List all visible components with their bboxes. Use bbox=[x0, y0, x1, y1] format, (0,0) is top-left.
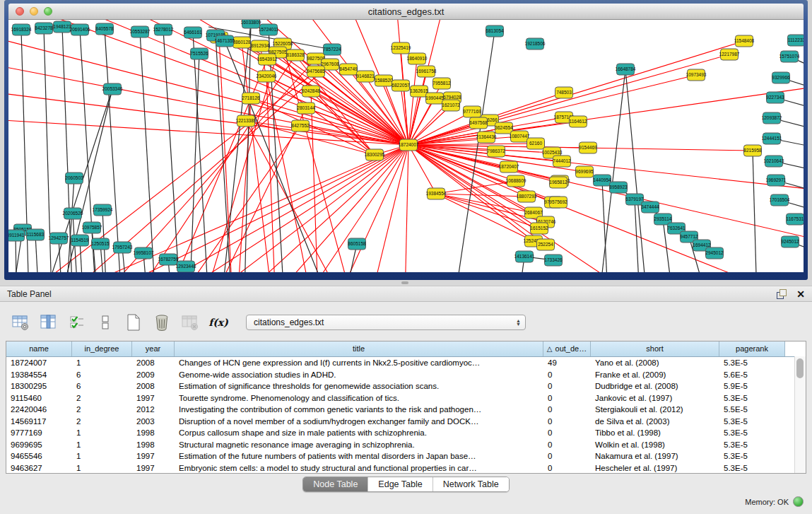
table-cell[interactable]: Wolkin et al. (1998) bbox=[591, 439, 719, 451]
graph-node[interactable]: 1588520 bbox=[375, 75, 393, 86]
graph-node[interactable]: 1733426 bbox=[544, 255, 563, 266]
table-cell[interactable]: 1998 bbox=[132, 439, 175, 451]
table-cell[interactable]: Jankovic et al. (1997) bbox=[591, 392, 719, 404]
table-cell[interactable]: 2009 bbox=[132, 369, 175, 381]
table-cell[interactable]: Tourette syndrome. Phenomenology and cla… bbox=[175, 392, 543, 404]
table-row[interactable]: 911546021997Tourette syndrome. Phenomeno… bbox=[6, 392, 806, 404]
delete-table-button[interactable] bbox=[180, 313, 201, 332]
table-cell[interactable]: Genome-wide association studies in ADHD. bbox=[175, 369, 543, 381]
function-builder-button[interactable]: f(x) bbox=[208, 313, 229, 332]
graph-node[interactable]: 9475685 bbox=[307, 66, 325, 77]
table-cell[interactable]: 6 bbox=[72, 380, 132, 392]
table-cell[interactable]: 2008 bbox=[132, 357, 175, 369]
graph-node[interactable]: 1615152 bbox=[530, 223, 548, 234]
table-cell[interactable]: 5.9E-5 bbox=[719, 380, 785, 392]
graph-node[interactable]: 20053346 bbox=[102, 83, 123, 95]
graph-node[interactable]: 9329966 bbox=[772, 72, 790, 83]
graph-node[interactable]: 21364436 bbox=[476, 132, 497, 143]
tab-node-table[interactable]: Node Table bbox=[303, 477, 367, 491]
table-cell[interactable]: 0 bbox=[543, 427, 591, 439]
graph-node[interactable]: 12213389 bbox=[236, 115, 257, 127]
table-cell[interactable]: 18300295 bbox=[6, 380, 72, 392]
network-graph[interactable]: 1872400718300295193845547963822886012889… bbox=[8, 20, 804, 272]
graph-node[interactable]: 8958923 bbox=[609, 182, 628, 193]
table-cell[interactable]: 1 bbox=[72, 427, 132, 439]
row-height-button[interactable] bbox=[95, 313, 116, 332]
graph-node[interactable]: 10210643 bbox=[764, 156, 784, 167]
table-cell[interactable]: 5.3E-5 bbox=[719, 416, 785, 428]
graph-node[interactable]: 1164612 bbox=[570, 116, 587, 127]
table-row[interactable]: 1872400712008Changes of HCN gene express… bbox=[6, 357, 806, 369]
memory-indicator[interactable] bbox=[793, 496, 804, 507]
table-cell[interactable]: 6 bbox=[72, 369, 132, 381]
graph-node[interactable]: 12923448 bbox=[176, 261, 196, 272]
split-pane-divider[interactable] bbox=[0, 280, 812, 286]
graph-node[interactable]: 8405578 bbox=[95, 23, 114, 35]
table-cell[interactable]: 5.3E-5 bbox=[719, 439, 785, 451]
table-cell[interactable]: 2008 bbox=[132, 380, 175, 392]
table-cell[interactable]: 2012 bbox=[132, 404, 175, 416]
graph-node[interactable]: 748503 bbox=[555, 87, 573, 98]
table-cell[interactable]: 1 bbox=[72, 439, 132, 451]
graph-node[interactable]: 2945012 bbox=[705, 247, 724, 259]
graph-node[interactable]: 1948123 bbox=[53, 21, 71, 33]
scrollbar-thumb[interactable] bbox=[796, 358, 804, 378]
table-row[interactable]: 969969511998Structural magnetic resonanc… bbox=[6, 439, 806, 451]
graph-node[interactable]: 19958107 bbox=[134, 247, 154, 259]
column-header-year[interactable]: year bbox=[132, 341, 175, 356]
tab-network-table[interactable]: Network Table bbox=[433, 477, 509, 491]
column-header-name[interactable]: name bbox=[6, 341, 72, 356]
graph-node[interactable]: 15724011 bbox=[259, 24, 279, 35]
graph-node[interactable]: 15278012 bbox=[153, 24, 174, 35]
table-row[interactable]: 1830029562008Estimation of significance … bbox=[6, 380, 806, 392]
table-settings-button[interactable] bbox=[10, 313, 31, 332]
table-cell[interactable]: Stergiakouli et al. (2012) bbox=[591, 404, 719, 416]
network-canvas[interactable]: 1872400718300295193845547963822886012889… bbox=[8, 20, 804, 272]
table-cell[interactable]: 18724007 bbox=[6, 357, 72, 369]
table-cell[interactable]: 1 bbox=[72, 462, 132, 474]
graph-node[interactable]: 23420046 bbox=[257, 71, 277, 82]
graph-node[interactable]: 9699695 bbox=[575, 166, 594, 177]
table-cell[interactable]: 1 bbox=[72, 450, 132, 462]
graph-node[interactable]: 12325419 bbox=[391, 42, 411, 54]
table-cell[interactable]: 5.3E-5 bbox=[719, 462, 785, 474]
graph-node[interactable]: 9154469 bbox=[579, 142, 597, 153]
table-row[interactable]: 1456911722003Disruption of a novel membe… bbox=[6, 416, 806, 428]
graph-node[interactable]: 1965812 bbox=[549, 177, 567, 188]
graph-node[interactable]: 252254 bbox=[537, 239, 555, 250]
column-header-pagerank[interactable]: pagerank bbox=[719, 341, 785, 356]
table-row[interactable]: 1938455462009Genome-wide association stu… bbox=[6, 369, 806, 381]
table-cell[interactable]: 9463627 bbox=[6, 462, 72, 474]
graph-node[interactable]: 15751074 bbox=[779, 51, 800, 62]
graph-node[interactable]: 19692971 bbox=[766, 175, 787, 186]
graph-node[interactable]: 18300295 bbox=[365, 149, 385, 160]
graph-node[interactable]: 12093872 bbox=[762, 112, 782, 124]
table-body[interactable]: 1872400712008Changes of HCN gene express… bbox=[6, 357, 806, 474]
graph-node[interactable]: 10553287 bbox=[130, 26, 151, 37]
graph-node[interactable]: 7986372 bbox=[487, 146, 505, 157]
graph-node[interactable]: 9575692 bbox=[549, 197, 567, 208]
graph-node[interactable]: 8860128 bbox=[233, 37, 251, 48]
new-table-button[interactable] bbox=[123, 313, 144, 332]
graph-node[interactable]: 7515526 bbox=[190, 48, 208, 59]
graph-node[interactable]: 17957243 bbox=[112, 242, 133, 253]
table-cell[interactable]: 0 bbox=[543, 369, 591, 381]
graph-node[interactable]: 1990445 bbox=[425, 93, 444, 104]
table-cell[interactable]: 2003 bbox=[132, 416, 175, 428]
graph-node[interactable]: 7444012 bbox=[553, 156, 571, 167]
graph-node[interactable]: 20691406 bbox=[70, 24, 90, 35]
table-cell[interactable]: 5.3E-5 bbox=[719, 427, 785, 439]
table-cell[interactable]: 1 bbox=[72, 357, 132, 369]
table-cell[interactable]: 0 bbox=[543, 404, 591, 416]
graph-node[interactable]: 16918324 bbox=[11, 24, 32, 35]
delete-rows-button[interactable] bbox=[151, 313, 172, 332]
table-cell[interactable]: 0 bbox=[543, 416, 591, 428]
graph-node[interactable]: 1440954 bbox=[593, 175, 611, 186]
graph-node[interactable]: 6497568 bbox=[469, 117, 488, 129]
column-header-title[interactable]: title bbox=[175, 341, 543, 356]
graph-node[interactable]: 12444151 bbox=[762, 133, 782, 144]
table-cell[interactable]: Changes of HCN gene expression and I(f) … bbox=[175, 357, 543, 369]
table-cell[interactable]: 0 bbox=[543, 462, 591, 474]
graph-node[interactable]: 2060503 bbox=[65, 173, 83, 184]
graph-node[interactable]: 8912934 bbox=[251, 40, 269, 52]
